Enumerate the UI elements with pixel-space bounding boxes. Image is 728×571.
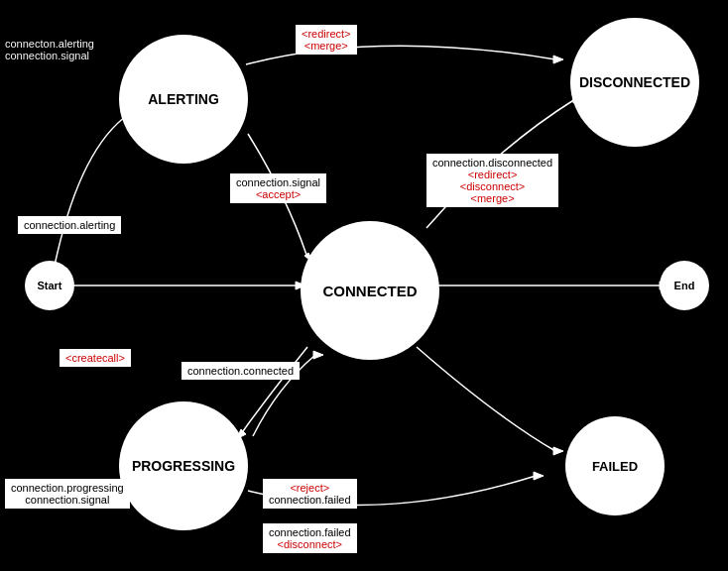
svg-marker-8	[553, 447, 563, 455]
label-createcall: <createcall>	[60, 349, 131, 367]
connected-node: CONNECTED	[301, 221, 439, 360]
progressing-node: PROGRESSING	[119, 401, 248, 530]
start-node: Start	[25, 261, 74, 310]
label-alerting-triggers: connecton.alertingconnection.signal	[5, 38, 94, 61]
label-disconnected-events: connection.disconnected <redirect> <disc…	[426, 154, 558, 207]
svg-marker-10	[313, 351, 323, 359]
label-connection-alerting: connection.alerting	[18, 216, 121, 234]
label-signal-accept: connection.signal <accept>	[230, 173, 326, 203]
failed-node: FAILED	[565, 416, 665, 515]
label-connection-failed-disconnect: connection.failed <disconnect>	[263, 523, 357, 553]
disconnected-node: DISCONNECTED	[570, 18, 699, 147]
label-redirect-merge-top: <redirect> <merge>	[296, 25, 357, 55]
svg-marker-11	[534, 472, 544, 480]
alerting-node: ALERTING	[119, 35, 248, 164]
end-node: End	[660, 261, 709, 310]
label-reject-failed: <reject> connection.failed	[263, 479, 357, 509]
svg-marker-5	[553, 56, 563, 63]
label-connection-connected: connection.connected	[182, 362, 300, 380]
label-progressing-events: connection.progressing connection.signal	[5, 479, 130, 509]
